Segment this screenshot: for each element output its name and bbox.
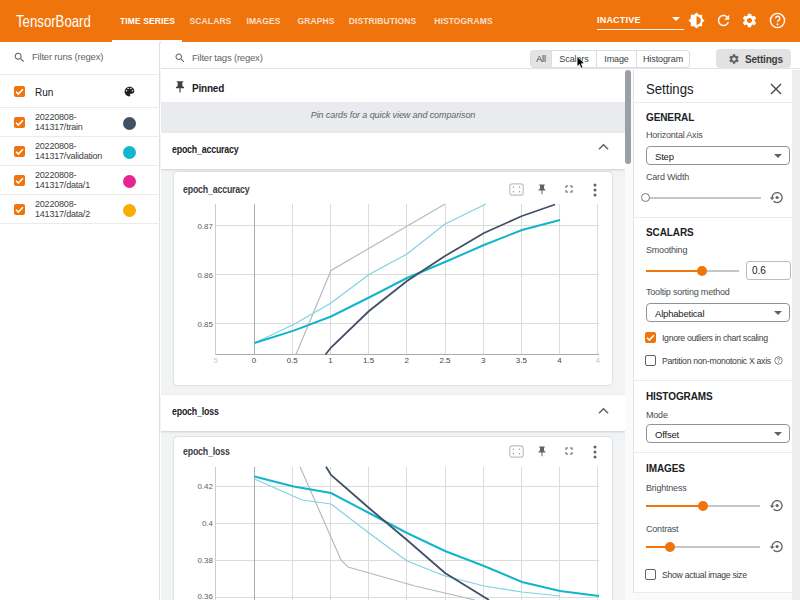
svg-text:0.38: 0.38 bbox=[197, 556, 213, 565]
svg-text:0: 0 bbox=[252, 356, 257, 365]
svg-text:0.5: 0.5 bbox=[287, 356, 299, 365]
svg-text:0.86: 0.86 bbox=[197, 271, 213, 280]
svg-text:0.36: 0.36 bbox=[197, 592, 213, 600]
svg-text:2.5: 2.5 bbox=[439, 356, 451, 365]
svg-text:4: 4 bbox=[596, 356, 601, 365]
svg-text:0.42: 0.42 bbox=[197, 482, 213, 491]
svg-text:3.5: 3.5 bbox=[516, 356, 528, 365]
svg-text:0.4: 0.4 bbox=[202, 519, 214, 528]
svg-text:1.5: 1.5 bbox=[363, 356, 375, 365]
svg-text:0.85: 0.85 bbox=[197, 320, 213, 329]
svg-text:2: 2 bbox=[405, 356, 410, 365]
svg-text:1: 1 bbox=[328, 356, 333, 365]
svg-text:5: 5 bbox=[214, 356, 219, 365]
svg-text:4: 4 bbox=[557, 356, 562, 365]
svg-text:0.87: 0.87 bbox=[197, 222, 213, 231]
svg-text:3: 3 bbox=[481, 356, 486, 365]
